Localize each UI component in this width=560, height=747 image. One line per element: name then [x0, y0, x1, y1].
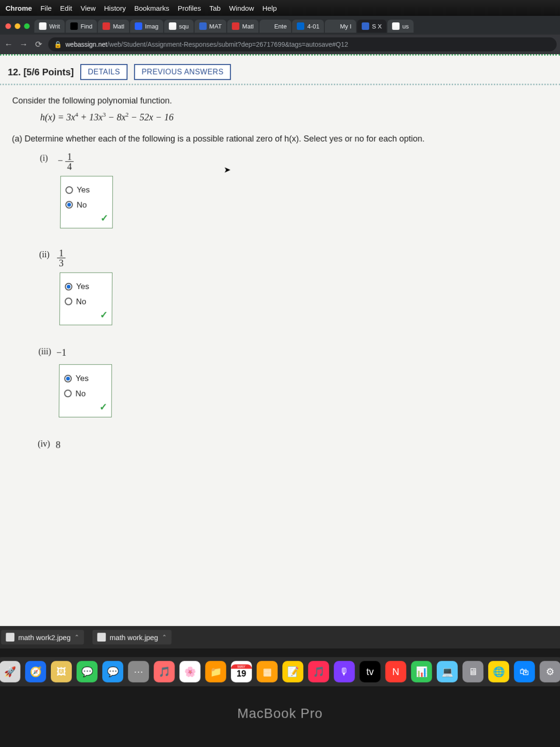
menu-help[interactable]: Help	[262, 4, 277, 12]
dock-app-icon[interactable]: 🖼	[51, 661, 72, 683]
details-button[interactable]: DETAILS	[80, 64, 127, 80]
menu-window[interactable]: Window	[229, 4, 254, 12]
dock-app-icon[interactable]: 🌸	[180, 661, 201, 683]
dock-app-icon[interactable]: 🛍	[514, 661, 535, 683]
favicon-icon	[362, 22, 369, 30]
menubar-app-name[interactable]: Chrome	[6, 4, 32, 12]
download-item[interactable]: math work.jpeg ⌃	[92, 630, 171, 644]
tab-label: squ	[179, 23, 189, 30]
window-controls	[1, 23, 33, 29]
back-icon[interactable]: ←	[3, 40, 14, 49]
download-item[interactable]: math work2.jpeg ⌃	[1, 630, 84, 644]
dock-app-icon[interactable]: 📝	[282, 661, 303, 683]
tab-label: My I	[340, 23, 352, 30]
dock-app-icon[interactable]: 📊	[411, 661, 432, 683]
browser-tab[interactable]: MAT	[194, 20, 226, 33]
dock-app-icon[interactable]: tv	[359, 661, 380, 683]
dock-app-icon[interactable]: 💬	[77, 661, 98, 683]
favicon-icon	[134, 22, 142, 30]
radio-option-no[interactable]: No	[64, 388, 104, 400]
dock-app-icon[interactable]: MAY19	[231, 661, 252, 683]
minimize-window-icon[interactable]	[14, 23, 20, 29]
radio-option-yes[interactable]: Yes	[64, 373, 104, 385]
tab-label: Matl	[113, 23, 125, 30]
browser-tab[interactable]: 4-01	[292, 20, 324, 33]
reload-icon[interactable]: ⟳	[33, 39, 43, 49]
menu-profiles[interactable]: Profiles	[178, 4, 201, 12]
download-filename: math work.jpeg	[110, 633, 158, 641]
browser-tab[interactable]: Matl	[98, 20, 129, 33]
browser-tab[interactable]: Imag	[130, 20, 163, 33]
menu-bookmarks[interactable]: Bookmarks	[134, 4, 169, 12]
fullscreen-window-icon[interactable]	[24, 23, 30, 29]
menu-file[interactable]: File	[40, 4, 51, 12]
option-2: (ii)13YesNo✓	[39, 248, 550, 325]
favicon-icon	[232, 22, 239, 30]
dock-app-icon[interactable]: ⚙	[539, 661, 560, 683]
option-value: 13	[57, 248, 65, 268]
menu-tab[interactable]: Tab	[210, 4, 221, 12]
favicon-icon	[103, 22, 110, 30]
radio-icon[interactable]	[64, 390, 71, 397]
radio-label: Yes	[76, 373, 89, 385]
check-icon: ✓	[99, 400, 107, 414]
browser-tab[interactable]: squ	[164, 20, 193, 33]
macos-menubar: Chrome File Edit View History Bookmarks …	[0, 0, 560, 16]
dock-app-icon[interactable]: 🚀	[0, 661, 21, 683]
address-bar[interactable]: 🔒 webassign.net/web/Student/Assignment-R…	[48, 37, 557, 51]
close-window-icon[interactable]	[5, 23, 11, 29]
dock-app-icon[interactable]: 🧭	[25, 661, 46, 683]
answer-box: YesNo✓	[59, 364, 112, 417]
radio-icon[interactable]	[65, 283, 72, 290]
radio-icon[interactable]	[64, 375, 72, 382]
favicon-icon	[264, 22, 272, 30]
favicon-icon	[168, 22, 176, 30]
radio-label: No	[77, 199, 87, 211]
radio-label: No	[76, 388, 86, 400]
dock-app-icon[interactable]: 🎵	[154, 661, 175, 683]
browser-tab[interactable]: Matl	[227, 20, 259, 33]
dock-app-icon[interactable]: 🎵	[308, 661, 329, 683]
answer-box: YesNo✓	[59, 273, 112, 325]
radio-label: Yes	[77, 184, 90, 196]
download-filename: math work2.jpeg	[18, 633, 70, 641]
dock-app-icon[interactable]: 📁	[205, 661, 226, 683]
radio-option-yes[interactable]: Yes	[65, 281, 105, 293]
menu-history[interactable]: History	[104, 4, 126, 12]
dock-app-icon[interactable]: 🎙	[334, 661, 355, 683]
option-4: (iv)8	[38, 437, 551, 452]
browser-tab[interactable]: My I	[325, 20, 356, 33]
dock-app-icon[interactable]: ⋯	[128, 661, 149, 683]
tab-label: Find	[80, 23, 92, 30]
browser-tab[interactable]: Ente	[259, 20, 292, 33]
dock-app-icon[interactable]: 💬	[102, 661, 123, 683]
radio-option-yes[interactable]: Yes	[65, 184, 105, 196]
dock-app-icon[interactable]: ▦	[257, 661, 278, 683]
radio-option-no[interactable]: No	[65, 199, 105, 211]
radio-option-no[interactable]: No	[65, 296, 105, 308]
tab-label: Imag	[145, 23, 158, 30]
options-list: (i)− 14YesNo✓(ii)13YesNo✓(iii)−1YesNo✓(i…	[38, 152, 551, 452]
file-icon	[97, 633, 105, 641]
dock-app-icon[interactable]: N	[385, 661, 406, 683]
menu-edit[interactable]: Edit	[60, 4, 72, 12]
question-intro: Consider the following polynomial functi…	[12, 94, 548, 107]
dock-app-icon[interactable]: 🖥	[462, 661, 483, 683]
favicon-icon	[330, 22, 337, 30]
radio-icon[interactable]	[65, 298, 72, 305]
radio-icon[interactable]	[65, 186, 73, 194]
radio-icon[interactable]	[65, 201, 73, 209]
browser-tab[interactable]: us	[387, 20, 413, 33]
question-body: Consider the following polynomial functi…	[0, 85, 560, 481]
chevron-up-icon[interactable]: ⌃	[74, 634, 79, 641]
browser-tab[interactable]: S X	[357, 20, 386, 33]
browser-tab[interactable]: Find	[65, 20, 97, 33]
browser-tab[interactable]: Writ	[34, 20, 64, 33]
option-label: (iii)	[38, 345, 56, 358]
chevron-up-icon[interactable]: ⌃	[162, 634, 167, 641]
forward-icon[interactable]: →	[18, 40, 28, 49]
dock-app-icon[interactable]: 💻	[437, 661, 458, 683]
previous-answers-button[interactable]: PREVIOUS ANSWERS	[134, 64, 231, 80]
menu-view[interactable]: View	[81, 4, 96, 12]
dock-app-icon[interactable]: 🌐	[488, 661, 509, 683]
